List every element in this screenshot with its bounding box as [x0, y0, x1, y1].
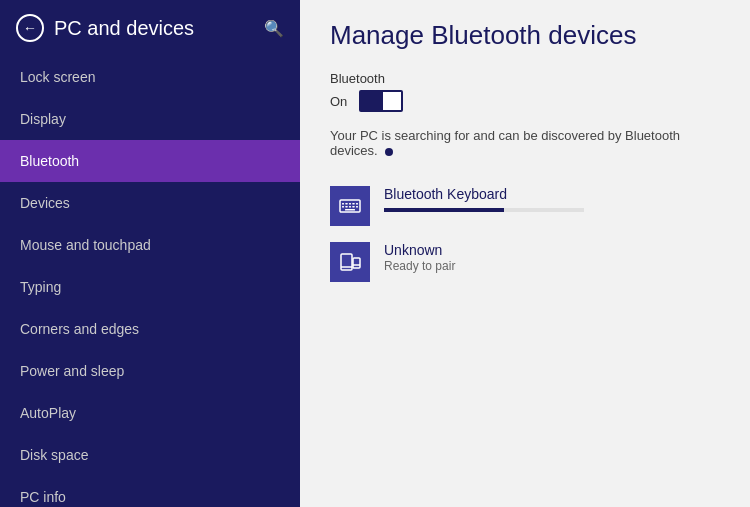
sidebar-header: PC and devices 🔍 — [0, 0, 300, 56]
svg-rect-3 — [349, 203, 351, 205]
bluetooth-toggle[interactable] — [359, 90, 403, 112]
search-icon[interactable]: 🔍 — [264, 19, 284, 38]
svg-rect-14 — [353, 258, 360, 268]
sidebar-title: PC and devices — [54, 17, 254, 40]
bluetooth-section-label: Bluetooth — [330, 71, 720, 86]
device-icon-keyboard — [330, 186, 370, 226]
keyboard-progress-bar — [384, 208, 504, 212]
unknown-device-status: Ready to pair — [384, 259, 720, 273]
sidebar-item-devices[interactable]: Devices — [0, 182, 300, 224]
sidebar-item-display[interactable]: Display — [0, 98, 300, 140]
svg-rect-5 — [356, 203, 358, 205]
device-item-keyboard[interactable]: Bluetooth Keyboard — [330, 178, 720, 234]
unknown-device-name: Unknown — [384, 242, 720, 258]
device-item-unknown[interactable]: Unknown Ready to pair — [330, 234, 720, 290]
sidebar: PC and devices 🔍 Lock screen Display Blu… — [0, 0, 300, 507]
sidebar-item-disk-space[interactable]: Disk space — [0, 434, 300, 476]
toggle-knob — [383, 92, 401, 110]
device-icon-unknown — [330, 242, 370, 282]
sidebar-item-corners-edges[interactable]: Corners and edges — [0, 308, 300, 350]
svg-rect-11 — [345, 209, 355, 211]
sidebar-nav: Lock screen Display Bluetooth Devices Mo… — [0, 56, 300, 507]
toggle-on-label: On — [330, 94, 347, 109]
keyboard-icon — [338, 194, 362, 218]
status-dot — [385, 148, 393, 156]
main-content: Manage Bluetooth devices Bluetooth On Yo… — [300, 0, 750, 507]
device-icon — [338, 250, 362, 274]
sidebar-item-power-sleep[interactable]: Power and sleep — [0, 350, 300, 392]
keyboard-device-info: Bluetooth Keyboard — [384, 186, 720, 212]
svg-rect-1 — [342, 203, 344, 205]
svg-rect-7 — [346, 206, 348, 208]
svg-rect-4 — [353, 203, 355, 205]
search-status-text: Your PC is searching for and can be disc… — [330, 128, 680, 158]
keyboard-progress-bar-container — [384, 208, 584, 212]
svg-rect-8 — [349, 206, 351, 208]
back-button[interactable] — [16, 14, 44, 42]
svg-rect-10 — [356, 206, 358, 208]
sidebar-item-pc-info[interactable]: PC info — [0, 476, 300, 507]
svg-rect-2 — [346, 203, 348, 205]
bluetooth-toggle-row: On — [330, 90, 720, 112]
keyboard-device-name: Bluetooth Keyboard — [384, 186, 720, 202]
svg-rect-9 — [353, 206, 355, 208]
sidebar-item-bluetooth[interactable]: Bluetooth — [0, 140, 300, 182]
search-status: Your PC is searching for and can be disc… — [330, 128, 720, 158]
page-title: Manage Bluetooth devices — [330, 20, 720, 51]
svg-rect-6 — [342, 206, 344, 208]
sidebar-item-autoplay[interactable]: AutoPlay — [0, 392, 300, 434]
unknown-device-info: Unknown Ready to pair — [384, 242, 720, 273]
sidebar-item-lock-screen[interactable]: Lock screen — [0, 56, 300, 98]
sidebar-item-mouse-touchpad[interactable]: Mouse and touchpad — [0, 224, 300, 266]
device-list: Bluetooth Keyboard Unknown Ready to pair — [330, 178, 720, 290]
sidebar-item-typing[interactable]: Typing — [0, 266, 300, 308]
